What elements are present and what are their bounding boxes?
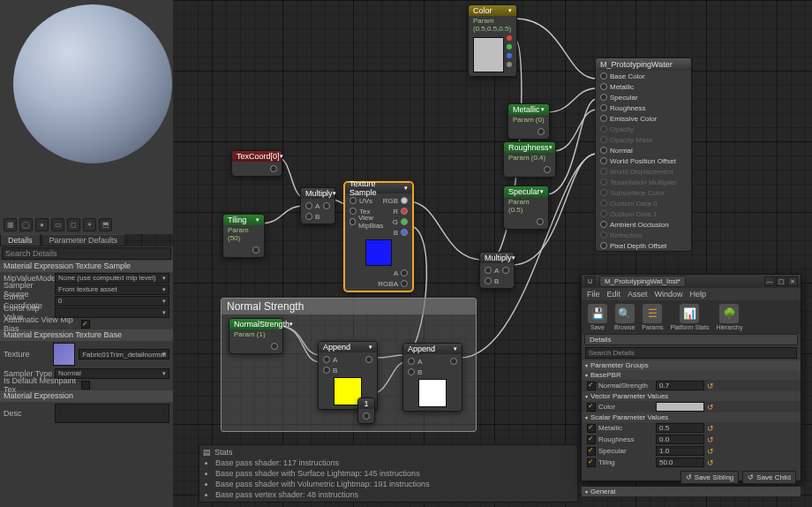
mip-value-mode-dropdown[interactable]: None (use computed mip level) [55, 273, 169, 284]
pin-out[interactable] [401, 197, 408, 204]
pin-g[interactable] [507, 44, 512, 49]
toolbar-platform-stats[interactable]: 📊Platform Stats [667, 302, 711, 332]
result-pin[interactable]: Normal [596, 145, 691, 155]
plane-icon[interactable]: ▭ [51, 218, 64, 231]
section-mat-expr[interactable]: Material Expression [0, 390, 173, 402]
tab-details[interactable]: Details [0, 234, 41, 246]
pin-out[interactable] [271, 343, 278, 350]
pin-out[interactable] [538, 128, 545, 135]
node-metallic[interactable]: Metallic▾ Param (0) [508, 103, 550, 140]
pin-in[interactable] [305, 213, 312, 220]
pin-out[interactable] [270, 165, 277, 172]
pin-out[interactable] [363, 412, 370, 420]
teapot-icon[interactable]: ✶ [83, 218, 96, 231]
value-input[interactable]: 0.5 [656, 423, 704, 433]
reset-icon[interactable]: ↺ [707, 458, 714, 467]
override-checkbox[interactable] [587, 458, 596, 467]
material-instance-window[interactable]: U M_PrototypingWat_Inst* — ▢ ✕ File Edit… [581, 274, 801, 481]
reset-icon[interactable]: ↺ [707, 382, 714, 390]
toolbar-hierarchy[interactable]: 🌳Hierarchy [713, 302, 745, 332]
material-result-node[interactable]: M_PrototypingWater Base ColorMetallicSpe… [595, 57, 692, 252]
section-texture-sample[interactable]: Material Expression Texture Sample [0, 261, 173, 272]
pin-out[interactable] [323, 202, 330, 209]
result-pin[interactable]: Emissive Color [596, 113, 691, 124]
cube-icon[interactable]: ◻ [67, 218, 80, 231]
pin-in[interactable] [323, 367, 330, 374]
pin-out[interactable] [502, 267, 509, 274]
node-multiply-2[interactable]: Multiply▾ A B [479, 252, 515, 289]
reset-icon[interactable]: ↺ [707, 435, 714, 444]
pin-in[interactable] [350, 218, 356, 225]
override-checkbox[interactable] [587, 382, 596, 390]
override-checkbox[interactable] [587, 424, 596, 433]
save-sibling-button[interactable]: ↺Save Sibling [680, 471, 739, 484]
menu-edit[interactable]: Edit [607, 290, 621, 299]
sampler-source-dropdown[interactable]: From texture asset [55, 284, 169, 295]
custom-mesh-icon[interactable]: ⬒ [99, 218, 112, 231]
window-titlebar[interactable]: U M_PrototypingWat_Inst* — ▢ ✕ [582, 275, 801, 288]
pin-out[interactable] [401, 280, 408, 287]
pin-out[interactable] [401, 218, 408, 225]
pin-out[interactable] [537, 218, 544, 225]
reset-icon[interactable]: ↺ [707, 403, 714, 412]
toolbar-browse[interactable]: 🔍Browse [612, 302, 637, 332]
cylinder-icon[interactable]: ◯ [19, 218, 33, 231]
texture-asset-dropdown[interactable]: Fabric01Trim_detailnormal [79, 349, 169, 359]
color-value-swatch[interactable] [656, 402, 704, 412]
const-mip-input[interactable] [55, 307, 169, 318]
pin-out[interactable] [450, 358, 457, 365]
menu-help[interactable]: Help [690, 290, 707, 299]
cat-basepbr[interactable]: BasePBR [582, 370, 801, 380]
value-input[interactable]: 1.0 [656, 446, 704, 456]
menu-window[interactable]: Window [655, 290, 683, 299]
pin-a[interactable] [507, 62, 512, 67]
sampler-type-dropdown[interactable]: Normal [55, 368, 169, 379]
result-pin[interactable]: World Position Offset [596, 155, 691, 166]
node-color[interactable]: Color▾ Param (0.5,0.5,0.5) [468, 4, 517, 77]
override-checkbox[interactable] [587, 435, 596, 444]
pin-out[interactable] [401, 229, 408, 236]
pin-in[interactable] [350, 197, 357, 204]
save-child-button[interactable]: ↺Save Child [742, 471, 796, 484]
node-append-2[interactable]: Append▾ A B [402, 343, 462, 412]
instance-tab[interactable]: M_PrototypingWat_Inst* [599, 276, 686, 287]
node-multiply-1[interactable]: Multiply▾ A B [300, 187, 335, 224]
result-pin[interactable]: Roughness [596, 102, 691, 113]
value-input[interactable]: 50.0 [656, 458, 704, 467]
toolbar-params[interactable]: ☰Params [639, 302, 665, 332]
pin-in[interactable] [323, 356, 330, 363]
maximize-button[interactable]: ▢ [776, 276, 786, 286]
node-specular[interactable]: Specular▾ Param (0.5) [503, 185, 549, 230]
pin-in[interactable] [408, 358, 415, 365]
reset-icon[interactable]: ↺ [707, 424, 714, 433]
result-pin[interactable]: Ambient Occlusion [596, 219, 691, 230]
pin-in[interactable] [408, 368, 415, 375]
node-normal-strength[interactable]: NormalStrength▾ Param (1) [229, 318, 283, 354]
reset-icon[interactable]: ↺ [707, 447, 714, 456]
override-checkbox[interactable] [587, 447, 596, 456]
const-coord-input[interactable]: 0 [55, 296, 169, 306]
node-texcoord[interactable]: TexCoord[0]▾ [231, 150, 282, 177]
pin-out[interactable] [544, 166, 551, 173]
stats-header[interactable]: ▤Stats [203, 447, 574, 458]
value-input[interactable]: 0.7 [656, 381, 704, 390]
pin-b[interactable] [507, 53, 512, 58]
pin-out[interactable] [401, 208, 408, 215]
result-pin[interactable]: Base Color [596, 71, 691, 81]
result-pin[interactable]: Specular [596, 92, 691, 102]
auto-view-mip-checkbox[interactable] [81, 320, 90, 329]
node-tiling[interactable]: Tiling▾ Param (50) [222, 214, 265, 258]
cat-scalar-params[interactable]: Scalar Parameter Values [582, 412, 801, 422]
cat-parameter-groups[interactable]: Parameter Groups [582, 360, 801, 370]
grid-icon[interactable]: ▦ [4, 218, 17, 231]
pin-in[interactable] [485, 267, 492, 274]
cat-general[interactable]: General [582, 487, 801, 496]
pin-out[interactable] [401, 269, 408, 276]
result-pin[interactable]: Pixel Depth Offset [596, 240, 691, 251]
toolbar-save[interactable]: 💾Save [585, 302, 610, 332]
result-pin[interactable]: Metallic [596, 81, 691, 92]
search-input[interactable]: Search Details [2, 247, 171, 260]
tab-param-defaults[interactable]: Parameter Defaults [41, 234, 126, 246]
pin-out[interactable] [252, 246, 259, 254]
instance-details-tab[interactable]: Details [584, 334, 798, 345]
